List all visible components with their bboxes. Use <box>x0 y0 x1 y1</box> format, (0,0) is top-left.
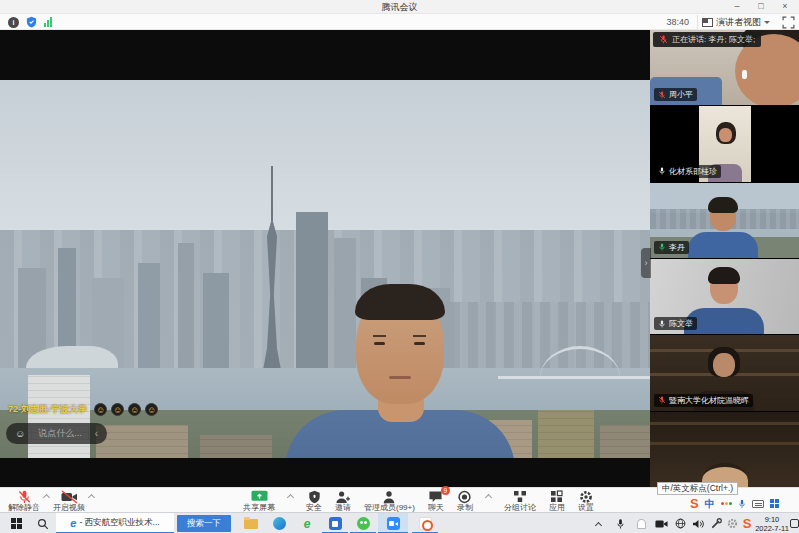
meeting-toolbar: 解除静音 开启视频 共享屏幕 安全 邀请 <box>0 487 799 512</box>
chat-placeholder[interactable]: 说点什么... <box>38 427 82 440</box>
ime-voice-mic-icon[interactable] <box>738 499 746 509</box>
tray-wrench[interactable] <box>708 513 724 533</box>
blue-app-icon <box>329 517 342 530</box>
breakout-rooms-label: 分组讨论 <box>504 504 536 512</box>
clock-date: 2022-7-11 <box>755 524 789 533</box>
record-label: 录制 <box>457 504 473 512</box>
participant-video-2[interactable]: 化材系邵桂珍 <box>650 106 799 182</box>
ime-skin-icon[interactable] <box>721 502 732 505</box>
tray-camera[interactable] <box>652 513 670 533</box>
reaction-emoji-icon[interactable]: ☺ <box>94 403 107 416</box>
participant-name: 化材系邵桂珍 <box>669 166 717 177</box>
tray-network[interactable] <box>672 513 688 533</box>
participant-video-4[interactable]: 陈文举 <box>650 259 799 335</box>
gear-icon <box>727 518 738 529</box>
share-screen-label: 共享屏幕 <box>243 504 275 512</box>
participant-video-6[interactable] <box>650 412 799 487</box>
security-button[interactable]: 安全 <box>306 488 322 512</box>
edge-browser-icon <box>273 517 286 530</box>
reaction-emoji-icon[interactable]: ☺ <box>111 403 124 416</box>
start-button[interactable] <box>4 513 28 533</box>
security-shield-icon <box>308 490 321 504</box>
start-video-button[interactable]: 开启视频 <box>53 488 85 512</box>
taskbar-tencent-meeting[interactable] <box>378 513 408 533</box>
tray-notification[interactable] <box>633 513 649 533</box>
ime-language-toggle[interactable]: 中 <box>705 497 715 511</box>
taskbar-mail-app[interactable] <box>322 513 348 533</box>
taskbar-edge[interactable] <box>266 513 292 533</box>
record-icon <box>457 490 472 504</box>
taskbar-browser-360[interactable]: e <box>294 513 320 533</box>
globe-icon <box>675 518 686 529</box>
muted-mic-icon <box>658 396 666 404</box>
keyboard-icon[interactable] <box>752 500 764 508</box>
network-signal-icon[interactable] <box>44 17 52 27</box>
tray-sogou-icon[interactable]: S <box>740 513 754 533</box>
participant-nametag: 陈文举 <box>654 317 697 330</box>
taskbar-orange-app[interactable] <box>412 513 438 533</box>
participant-name: 暨南大学化材院温晓晖 <box>669 395 749 406</box>
minimize-button[interactable]: – <box>725 0 749 13</box>
reaction-emoji-icon[interactable]: ☺ <box>128 403 141 416</box>
main-speaker-video[interactable]: 72-刘志胜-宁波大学 ☺ ☺ ☺ ☺ ☺ 说点什么... ‹ <box>0 30 650 487</box>
taskbar-clock[interactable]: 9:10 2022-7-11 <box>754 513 790 533</box>
participant-video-5[interactable]: 暨南大学化材院温晓晖 <box>650 335 799 411</box>
participant-name: 陈文举 <box>669 318 693 329</box>
unmute-button[interactable]: 解除静音 <box>8 488 40 512</box>
tray-microphone[interactable] <box>612 513 628 533</box>
security-shield-icon[interactable] <box>26 16 37 28</box>
close-button[interactable]: × <box>773 0 797 13</box>
chat-button[interactable]: 聊天 9 <box>428 488 444 512</box>
meeting-info-icon[interactable]: i <box>8 17 19 28</box>
divider <box>88 428 89 439</box>
emoji-smiley-icon[interactable]: ☺ <box>15 428 25 439</box>
apps-grid-icon <box>550 490 563 503</box>
fullscreen-icon[interactable] <box>782 16 795 29</box>
tray-volume[interactable] <box>690 513 706 533</box>
participant-name: 周小平 <box>669 89 693 100</box>
maximize-button[interactable]: □ <box>749 0 773 13</box>
collapse-left-icon[interactable]: ‹ <box>95 428 98 439</box>
taskbar-file-explorer[interactable] <box>238 513 264 533</box>
participant-nametag: 周小平 <box>654 88 697 101</box>
chat-message-label: 72-刘志胜-宁波大学 <box>8 403 87 416</box>
quick-chat-input[interactable]: ☺ 说点什么... ‹ <box>6 423 107 444</box>
tray-expand-button[interactable] <box>590 513 606 533</box>
participant-video-3[interactable]: 李丹 <box>650 183 799 259</box>
tray-settings[interactable] <box>724 513 740 533</box>
speaking-mic-icon <box>658 243 666 251</box>
wrench-icon <box>711 518 722 529</box>
clock-time: 9:10 <box>765 515 780 524</box>
settings-button[interactable]: 设置 <box>578 488 594 512</box>
muted-mic-icon <box>658 91 666 99</box>
window-title: 腾讯会议 <box>0 1 799 14</box>
action-center-button[interactable] <box>790 513 799 533</box>
taskbar-ie-window-button[interactable]: e - 西安航空职业技术... <box>56 513 174 533</box>
manage-members-button[interactable]: 管理成员(99+) <box>364 488 415 512</box>
status-left-icons: i <box>8 16 52 28</box>
breakout-rooms-button[interactable]: 分组讨论 <box>504 488 536 512</box>
start-video-label: 开启视频 <box>53 504 85 512</box>
tencent-meeting-icon <box>387 517 400 530</box>
record-button[interactable]: 录制 <box>457 488 473 512</box>
chevron-up-icon[interactable] <box>485 494 492 501</box>
share-screen-button[interactable]: 共享屏幕 <box>243 488 275 512</box>
chevron-up-icon[interactable] <box>43 494 50 501</box>
status-right: 38:40 演讲者视图 <box>666 14 795 30</box>
sidebar-collapse-handle[interactable]: › <box>641 248 651 278</box>
chevron-up-icon[interactable] <box>287 494 294 501</box>
meeting-timer: 38:40 <box>666 17 689 27</box>
sogou-logo-icon[interactable]: S <box>690 497 699 510</box>
taskbar-search-submit-button[interactable]: 搜索一下 <box>177 515 231 532</box>
apps-button[interactable]: 应用 <box>549 488 565 512</box>
ime-toolbox-icon[interactable] <box>770 499 779 508</box>
taskbar-search-button[interactable] <box>32 513 54 533</box>
reaction-emoji-icon[interactable]: ☺ <box>145 403 158 416</box>
ime-toolbar: S 中 <box>690 496 779 511</box>
chevron-up-icon[interactable] <box>88 494 95 501</box>
invite-button[interactable]: 邀请 <box>335 488 351 512</box>
speaker-view-button[interactable]: 演讲者视图 <box>697 15 774 30</box>
window-controls: – □ × <box>725 0 797 13</box>
chevron-down-icon <box>764 21 770 24</box>
taskbar-wechat[interactable] <box>350 513 376 533</box>
